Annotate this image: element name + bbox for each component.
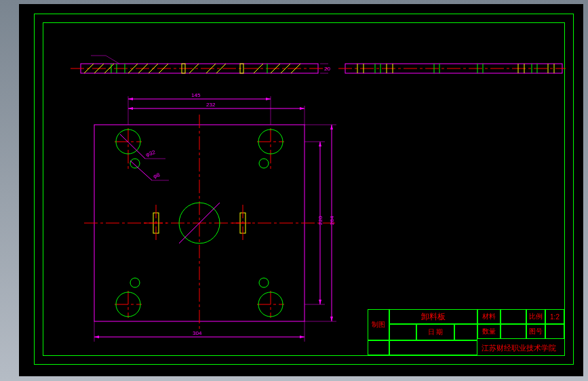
dim-dia-small: φ8 bbox=[153, 172, 161, 180]
tb-material-label: 材料 bbox=[477, 309, 501, 324]
svg-line-71 bbox=[120, 134, 145, 159]
dim-hole-spacing-right: 220 bbox=[317, 216, 324, 225]
section-view-right bbox=[338, 64, 566, 73]
tb-blank3 bbox=[389, 340, 477, 355]
svg-marker-93 bbox=[330, 317, 333, 321]
title-block: 制图 卸料板 材料 比例 1:2 日 期 数量 图号 江苏财经职业技术学院 bbox=[368, 309, 564, 355]
svg-line-9 bbox=[149, 64, 158, 73]
tb-date-value bbox=[454, 324, 477, 340]
svg-line-4 bbox=[84, 64, 94, 73]
tb-draft-label: 制图 bbox=[368, 309, 389, 340]
dim-width-top: 232 bbox=[206, 102, 216, 108]
dim-thickness: 20 bbox=[324, 66, 330, 72]
svg-marker-92 bbox=[330, 125, 333, 129]
dim-height-right: 284 bbox=[329, 216, 335, 225]
svg-marker-82 bbox=[128, 107, 133, 110]
tb-qty-value bbox=[501, 324, 526, 339]
svg-marker-80 bbox=[266, 98, 271, 100]
plan-view: φ32 φ8 145 232 bbox=[84, 92, 336, 342]
svg-point-59 bbox=[130, 159, 140, 168]
section-view-left: 20 bbox=[71, 56, 330, 73]
dim-dia-large: φ32 bbox=[145, 149, 157, 158]
svg-line-6 bbox=[104, 64, 114, 73]
tb-material-value bbox=[501, 309, 526, 324]
dim-hole-spacing-top: 145 bbox=[191, 92, 201, 98]
drawing-frame-inner: 20 bbox=[43, 22, 565, 356]
svg-line-24 bbox=[106, 56, 119, 64]
svg-marker-83 bbox=[300, 107, 305, 110]
svg-marker-79 bbox=[128, 98, 133, 100]
tb-date-label: 日 期 bbox=[416, 324, 454, 340]
tb-qty-label: 数量 bbox=[477, 324, 501, 339]
svg-marker-89 bbox=[319, 142, 321, 146]
svg-point-61 bbox=[130, 278, 140, 287]
tb-part-name: 卸料板 bbox=[389, 309, 477, 324]
svg-marker-97 bbox=[94, 336, 99, 338]
tb-institution: 江苏财经职业技术学院 bbox=[477, 340, 564, 355]
svg-point-60 bbox=[259, 159, 269, 168]
tb-dwgno-value bbox=[545, 324, 564, 339]
drawing-canvas: 20 bbox=[43, 23, 566, 357]
svg-point-62 bbox=[259, 278, 269, 287]
cad-viewport[interactable]: 20 bbox=[19, 4, 583, 376]
tb-dwgno-label: 图号 bbox=[526, 324, 545, 339]
tb-scale-label: 比例 bbox=[526, 309, 545, 324]
svg-line-73 bbox=[130, 161, 152, 180]
dim-width-bottom: 304 bbox=[193, 330, 202, 336]
tb-scale-value: 1:2 bbox=[545, 309, 564, 324]
svg-marker-90 bbox=[319, 300, 321, 304]
tb-blank2 bbox=[368, 340, 389, 355]
svg-marker-98 bbox=[300, 336, 305, 338]
tb-blank1 bbox=[389, 324, 416, 340]
